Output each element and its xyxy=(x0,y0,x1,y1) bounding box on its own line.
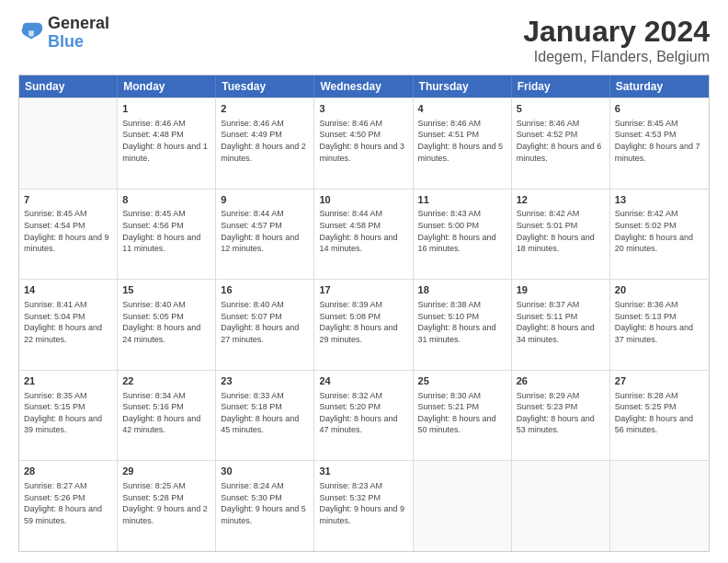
day-info: Sunrise: 8:43 AMSunset: 5:00 PMDaylight:… xyxy=(418,208,506,254)
calendar-cell: 20Sunrise: 8:36 AMSunset: 5:13 PMDayligh… xyxy=(610,280,709,370)
day-number: 22 xyxy=(122,374,210,388)
day-number: 4 xyxy=(418,102,506,116)
day-info: Sunrise: 8:32 AMSunset: 5:20 PMDaylight:… xyxy=(319,390,407,436)
day-number: 27 xyxy=(615,374,704,388)
calendar-header: SundayMondayTuesdayWednesdayThursdayFrid… xyxy=(19,75,709,98)
day-number: 12 xyxy=(517,193,605,207)
day-info: Sunrise: 8:42 AMSunset: 5:02 PMDaylight:… xyxy=(615,208,704,254)
day-info: Sunrise: 8:33 AMSunset: 5:18 PMDaylight:… xyxy=(221,390,309,436)
day-info: Sunrise: 8:40 AMSunset: 5:05 PMDaylight:… xyxy=(122,299,210,345)
calendar-cell: 8Sunrise: 8:45 AMSunset: 4:56 PMDaylight… xyxy=(118,190,216,280)
day-number: 6 xyxy=(615,102,704,116)
calendar-row: 28Sunrise: 8:27 AMSunset: 5:26 PMDayligh… xyxy=(19,460,709,551)
calendar-cell xyxy=(610,461,709,551)
calendar-row: 14Sunrise: 8:41 AMSunset: 5:04 PMDayligh… xyxy=(19,279,709,370)
weekday-header: Saturday xyxy=(610,75,709,98)
calendar-cell: 3Sunrise: 8:46 AMSunset: 4:50 PMDaylight… xyxy=(314,98,413,189)
day-info: Sunrise: 8:28 AMSunset: 5:25 PMDaylight:… xyxy=(615,390,704,436)
calendar-cell: 31Sunrise: 8:23 AMSunset: 5:32 PMDayligh… xyxy=(314,461,413,551)
day-info: Sunrise: 8:39 AMSunset: 5:08 PMDaylight:… xyxy=(319,299,407,345)
calendar-cell: 27Sunrise: 8:28 AMSunset: 5:25 PMDayligh… xyxy=(610,371,709,461)
weekday-header: Sunday xyxy=(19,75,118,98)
day-info: Sunrise: 8:29 AMSunset: 5:23 PMDaylight:… xyxy=(517,390,605,436)
day-info: Sunrise: 8:45 AMSunset: 4:54 PMDaylight:… xyxy=(24,208,112,254)
day-number: 28 xyxy=(24,465,112,478)
day-number: 13 xyxy=(615,193,704,207)
day-number: 8 xyxy=(122,193,210,207)
day-info: Sunrise: 8:41 AMSunset: 5:04 PMDaylight:… xyxy=(24,299,112,345)
day-info: Sunrise: 8:35 AMSunset: 5:15 PMDaylight:… xyxy=(24,390,112,436)
day-number: 1 xyxy=(122,102,210,116)
day-info: Sunrise: 8:23 AMSunset: 5:32 PMDaylight:… xyxy=(319,480,407,526)
day-number: 20 xyxy=(615,283,704,297)
day-number: 15 xyxy=(122,283,210,297)
day-info: Sunrise: 8:46 AMSunset: 4:52 PMDaylight:… xyxy=(517,118,605,164)
day-number: 21 xyxy=(24,374,112,388)
weekday-header: Wednesday xyxy=(314,75,413,98)
day-number: 14 xyxy=(24,283,112,297)
calendar-cell: 1Sunrise: 8:46 AMSunset: 4:48 PMDaylight… xyxy=(118,98,216,189)
calendar-cell: 4Sunrise: 8:46 AMSunset: 4:51 PMDaylight… xyxy=(414,98,512,189)
calendar-cell: 21Sunrise: 8:35 AMSunset: 5:15 PMDayligh… xyxy=(19,371,118,461)
logo-icon xyxy=(18,20,44,46)
weekday-header: Monday xyxy=(118,75,216,98)
day-info: Sunrise: 8:25 AMSunset: 5:28 PMDaylight:… xyxy=(122,480,210,526)
day-info: Sunrise: 8:44 AMSunset: 4:57 PMDaylight:… xyxy=(221,208,309,254)
day-info: Sunrise: 8:30 AMSunset: 5:21 PMDaylight:… xyxy=(418,390,506,436)
day-info: Sunrise: 8:45 AMSunset: 4:56 PMDaylight:… xyxy=(122,208,210,254)
calendar-cell: 14Sunrise: 8:41 AMSunset: 5:04 PMDayligh… xyxy=(19,280,118,370)
day-number: 7 xyxy=(24,193,112,207)
day-number: 30 xyxy=(221,465,309,478)
day-number: 24 xyxy=(319,374,407,388)
calendar-cell: 10Sunrise: 8:44 AMSunset: 4:58 PMDayligh… xyxy=(314,190,413,280)
calendar-cell: 29Sunrise: 8:25 AMSunset: 5:28 PMDayligh… xyxy=(118,461,216,551)
calendar-cell: 22Sunrise: 8:34 AMSunset: 5:16 PMDayligh… xyxy=(118,371,216,461)
day-number: 29 xyxy=(122,465,210,478)
calendar-cell xyxy=(414,461,512,551)
day-number: 10 xyxy=(319,193,407,207)
calendar-cell: 7Sunrise: 8:45 AMSunset: 4:54 PMDaylight… xyxy=(19,190,118,280)
calendar-cell: 19Sunrise: 8:37 AMSunset: 5:11 PMDayligh… xyxy=(512,280,610,370)
header: General Blue January 2024 Idegem, Flande… xyxy=(18,15,710,65)
calendar-cell: 30Sunrise: 8:24 AMSunset: 5:30 PMDayligh… xyxy=(216,461,314,551)
calendar-cell: 24Sunrise: 8:32 AMSunset: 5:20 PMDayligh… xyxy=(314,371,413,461)
day-number: 17 xyxy=(319,283,407,297)
calendar-row: 7Sunrise: 8:45 AMSunset: 4:54 PMDaylight… xyxy=(19,189,709,280)
calendar-cell: 2Sunrise: 8:46 AMSunset: 4:49 PMDaylight… xyxy=(216,98,314,189)
calendar: SundayMondayTuesdayWednesdayThursdayFrid… xyxy=(18,75,710,552)
calendar-cell xyxy=(19,98,118,189)
day-number: 31 xyxy=(319,465,407,478)
day-info: Sunrise: 8:40 AMSunset: 5:07 PMDaylight:… xyxy=(221,299,309,345)
day-number: 9 xyxy=(221,193,309,207)
day-number: 11 xyxy=(418,193,506,207)
calendar-cell: 5Sunrise: 8:46 AMSunset: 4:52 PMDaylight… xyxy=(512,98,610,189)
calendar-cell: 23Sunrise: 8:33 AMSunset: 5:18 PMDayligh… xyxy=(216,371,314,461)
logo-text: General Blue xyxy=(48,15,109,52)
day-number: 16 xyxy=(221,283,309,297)
subtitle: Idegem, Flanders, Belgium xyxy=(523,49,710,65)
calendar-cell: 9Sunrise: 8:44 AMSunset: 4:57 PMDaylight… xyxy=(216,190,314,280)
calendar-cell: 11Sunrise: 8:43 AMSunset: 5:00 PMDayligh… xyxy=(414,190,512,280)
calendar-cell xyxy=(512,461,610,551)
day-info: Sunrise: 8:37 AMSunset: 5:11 PMDaylight:… xyxy=(517,299,605,345)
page: General Blue January 2024 Idegem, Flande… xyxy=(0,0,728,563)
calendar-row: 1Sunrise: 8:46 AMSunset: 4:48 PMDaylight… xyxy=(19,98,709,189)
day-info: Sunrise: 8:44 AMSunset: 4:58 PMDaylight:… xyxy=(319,208,407,254)
calendar-cell: 28Sunrise: 8:27 AMSunset: 5:26 PMDayligh… xyxy=(19,461,118,551)
weekday-header: Tuesday xyxy=(216,75,314,98)
day-number: 19 xyxy=(517,283,605,297)
weekday-header: Friday xyxy=(512,75,610,98)
day-info: Sunrise: 8:46 AMSunset: 4:48 PMDaylight:… xyxy=(122,118,210,164)
calendar-cell: 26Sunrise: 8:29 AMSunset: 5:23 PMDayligh… xyxy=(512,371,610,461)
calendar-cell: 13Sunrise: 8:42 AMSunset: 5:02 PMDayligh… xyxy=(610,190,709,280)
calendar-cell: 18Sunrise: 8:38 AMSunset: 5:10 PMDayligh… xyxy=(414,280,512,370)
day-number: 18 xyxy=(418,283,506,297)
day-info: Sunrise: 8:38 AMSunset: 5:10 PMDaylight:… xyxy=(418,299,506,345)
day-info: Sunrise: 8:34 AMSunset: 5:16 PMDaylight:… xyxy=(122,390,210,436)
calendar-cell: 16Sunrise: 8:40 AMSunset: 5:07 PMDayligh… xyxy=(216,280,314,370)
day-number: 26 xyxy=(517,374,605,388)
main-title: January 2024 xyxy=(523,15,710,49)
day-info: Sunrise: 8:46 AMSunset: 4:50 PMDaylight:… xyxy=(319,118,407,164)
day-info: Sunrise: 8:42 AMSunset: 5:01 PMDaylight:… xyxy=(517,208,605,254)
calendar-cell: 15Sunrise: 8:40 AMSunset: 5:05 PMDayligh… xyxy=(118,280,216,370)
